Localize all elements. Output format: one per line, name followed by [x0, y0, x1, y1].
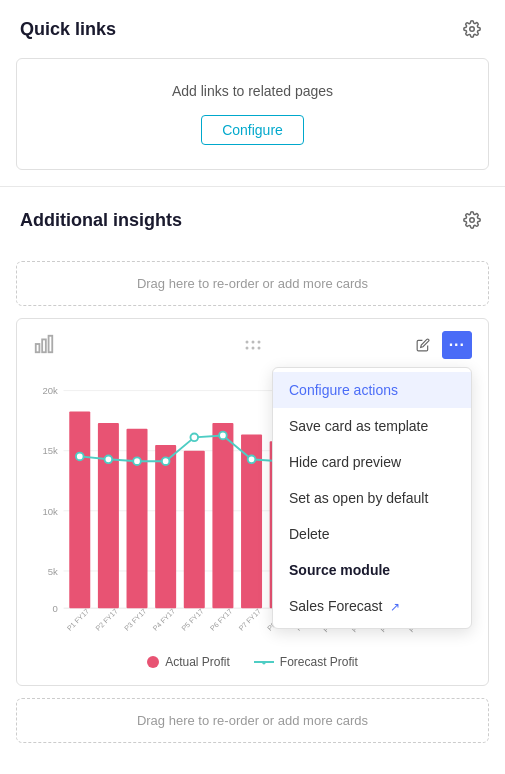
dropdown-delete[interactable]: Delete: [273, 516, 471, 552]
insights-header: Additional insights: [0, 191, 505, 249]
svg-point-8: [245, 347, 248, 350]
svg-text:P7 FY17: P7 FY17: [237, 607, 262, 632]
chart-card: ··· Configure actions Save card as templ…: [16, 318, 489, 686]
svg-point-40: [248, 455, 256, 463]
svg-text:P5 FY17: P5 FY17: [180, 607, 205, 632]
configure-button[interactable]: Configure: [201, 115, 304, 145]
svg-text:P1 FY17: P1 FY17: [66, 607, 91, 632]
svg-point-0: [470, 27, 475, 32]
svg-point-1: [470, 218, 475, 223]
chart-bar-icon: [33, 333, 55, 358]
chart-toolbar: ··· Configure actions Save card as templ…: [33, 331, 472, 359]
additional-insights-section: Additional insights Drag here to re-orde…: [0, 191, 505, 743]
svg-text:10k: 10k: [42, 506, 58, 517]
legend-actual-label: Actual Profit: [165, 655, 230, 669]
chart-legend: Actual Profit Forecast Profit: [33, 655, 472, 669]
legend-forecast-label: Forecast Profit: [280, 655, 358, 669]
svg-point-5: [245, 341, 248, 344]
svg-rect-24: [155, 445, 176, 608]
svg-rect-3: [42, 339, 46, 352]
legend-forecast: Forecast Profit: [254, 655, 358, 669]
quick-links-header: Quick links: [0, 0, 505, 58]
svg-point-6: [251, 341, 254, 344]
svg-point-37: [162, 457, 170, 465]
svg-text:15k: 15k: [42, 446, 58, 457]
edit-button[interactable]: [410, 334, 436, 356]
svg-text:P2 FY17: P2 FY17: [94, 607, 119, 632]
legend-forecast-line: [254, 661, 274, 663]
external-link-icon: ↗: [390, 600, 400, 614]
insights-gear-icon: [463, 211, 481, 229]
svg-point-38: [190, 434, 198, 442]
svg-point-34: [76, 453, 84, 461]
svg-point-36: [133, 457, 141, 465]
dropdown-save-template[interactable]: Save card as template: [273, 408, 471, 444]
quick-links-gear-button[interactable]: [459, 16, 485, 42]
svg-point-7: [257, 341, 260, 344]
svg-text:0: 0: [53, 603, 58, 614]
insights-title: Additional insights: [20, 210, 182, 231]
drag-zone-top-label: Drag here to re-order or add more cards: [137, 276, 368, 291]
svg-point-35: [105, 455, 113, 463]
quick-links-title: Quick links: [20, 19, 116, 40]
svg-point-39: [219, 432, 227, 440]
legend-actual: Actual Profit: [147, 655, 230, 669]
dropdown-sales-forecast[interactable]: Sales Forecast ↗: [273, 588, 471, 624]
dropdown-set-open-default[interactable]: Set as open by default: [273, 480, 471, 516]
svg-text:5k: 5k: [48, 566, 58, 577]
dropdown-hide-preview[interactable]: Hide card preview: [273, 444, 471, 480]
quick-links-description: Add links to related pages: [37, 83, 468, 99]
svg-text:P3 FY17: P3 FY17: [123, 607, 148, 632]
svg-point-9: [251, 347, 254, 350]
svg-rect-21: [69, 412, 90, 609]
drag-zone-bottom: Drag here to re-order or add more cards: [16, 698, 489, 743]
svg-rect-22: [98, 423, 119, 608]
drag-zone-bottom-label: Drag here to re-order or add more cards: [137, 713, 368, 728]
section-divider: [0, 186, 505, 187]
edit-icon: [416, 338, 430, 352]
svg-rect-4: [49, 335, 53, 352]
legend-actual-dot: [147, 656, 159, 668]
quick-links-card: Add links to related pages Configure: [16, 58, 489, 170]
chart-actions: ···: [410, 331, 472, 359]
dropdown-configure-actions[interactable]: Configure actions: [273, 372, 471, 408]
svg-point-10: [257, 347, 260, 350]
insights-gear-button[interactable]: [459, 207, 485, 233]
svg-rect-26: [212, 423, 233, 608]
drag-zone-top: Drag here to re-order or add more cards: [16, 261, 489, 306]
more-dots-icon: ···: [449, 336, 465, 354]
gear-icon: [463, 20, 481, 38]
svg-rect-25: [184, 451, 205, 608]
svg-text:P6 FY17: P6 FY17: [209, 607, 234, 632]
dropdown-menu: Configure actions Save card as template …: [272, 367, 472, 629]
dropdown-source-module-label: Source module: [273, 552, 471, 588]
svg-rect-23: [127, 429, 148, 608]
svg-text:20k: 20k: [42, 385, 58, 396]
drag-handle[interactable]: [245, 336, 261, 354]
svg-text:P4 FY17: P4 FY17: [152, 607, 177, 632]
more-actions-button[interactable]: ···: [442, 331, 472, 359]
svg-rect-2: [36, 344, 40, 352]
